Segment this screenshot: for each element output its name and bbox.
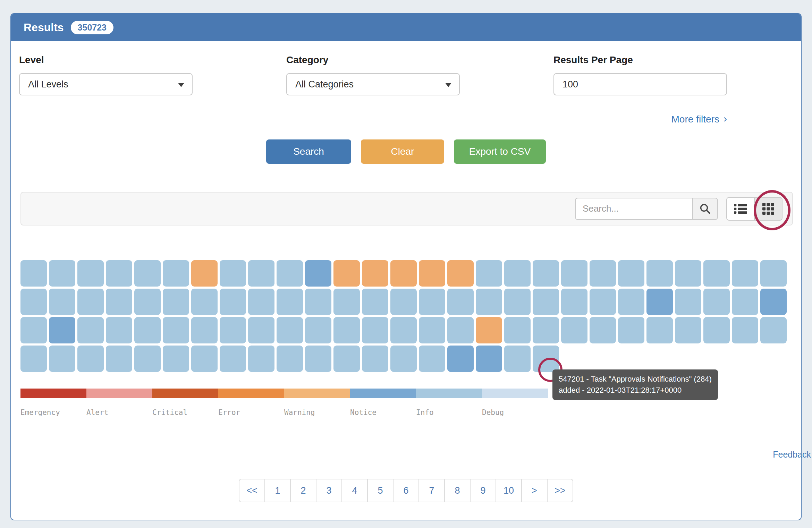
page-button-2[interactable]: 2 <box>290 479 316 502</box>
grid-tile-warning[interactable] <box>191 260 218 287</box>
grid-tile-info[interactable] <box>134 260 161 287</box>
export-csv-button[interactable]: Export to CSV <box>454 139 546 164</box>
grid-tile-info[interactable] <box>419 289 445 315</box>
grid-tile-info[interactable] <box>305 346 331 372</box>
grid-tile-info[interactable] <box>134 317 161 343</box>
grid-tile-info[interactable] <box>760 260 787 287</box>
grid-tile-warning[interactable] <box>447 260 474 287</box>
grid-tile-info[interactable] <box>703 260 730 287</box>
grid-tile-info[interactable] <box>675 317 701 343</box>
grid-tile-notice[interactable] <box>49 317 75 343</box>
grid-tile-warning[interactable] <box>362 260 388 287</box>
grid-tile-info[interactable] <box>760 317 787 343</box>
page-button-1[interactable]: 1 <box>264 479 290 502</box>
search-input[interactable] <box>575 198 692 220</box>
grid-tile-info[interactable] <box>248 260 274 287</box>
grid-tile-info[interactable] <box>504 260 531 287</box>
grid-tile-info[interactable] <box>646 260 673 287</box>
feedback-link[interactable]: Feedback <box>773 450 811 460</box>
grid-tile-info[interactable] <box>675 260 701 287</box>
clear-button[interactable]: Clear <box>361 139 444 164</box>
grid-tile-info[interactable] <box>362 346 388 372</box>
grid-tile-info[interactable] <box>504 317 531 343</box>
grid-tile-info[interactable] <box>191 346 218 372</box>
grid-tile-info[interactable] <box>419 346 445 372</box>
grid-tile-warning[interactable] <box>476 317 502 343</box>
page-button-6[interactable]: 6 <box>393 479 418 502</box>
grid-tile-info[interactable] <box>277 289 303 315</box>
grid-tile-info[interactable] <box>419 317 445 343</box>
grid-tile-info[interactable] <box>163 260 189 287</box>
grid-tile-info[interactable] <box>20 317 47 343</box>
page-button->[interactable]: > <box>521 479 547 502</box>
search-button[interactable]: Search <box>266 139 351 164</box>
grid-tile-info[interactable] <box>106 260 132 287</box>
grid-tile-info[interactable] <box>49 260 75 287</box>
grid-tile-info[interactable] <box>590 289 616 315</box>
grid-tile-info[interactable] <box>590 317 616 343</box>
page-button->>[interactable]: >> <box>547 479 573 502</box>
grid-tile-info[interactable] <box>732 260 758 287</box>
grid-view-button[interactable] <box>754 198 782 220</box>
grid-tile-info[interactable] <box>618 289 644 315</box>
grid-tile-info[interactable] <box>277 346 303 372</box>
grid-tile-info[interactable] <box>77 289 104 315</box>
grid-tile-warning[interactable] <box>390 260 417 287</box>
grid-tile-info[interactable] <box>333 317 360 343</box>
grid-tile-info[interactable] <box>277 317 303 343</box>
grid-tile-info[interactable] <box>732 317 758 343</box>
grid-tile-info[interactable] <box>447 317 474 343</box>
grid-tile-info[interactable] <box>561 317 587 343</box>
grid-tile-info[interactable] <box>163 289 189 315</box>
grid-tile-info[interactable] <box>20 289 47 315</box>
grid-tile-info[interactable] <box>20 260 47 287</box>
grid-tile-info[interactable] <box>703 317 730 343</box>
grid-tile-info[interactable] <box>533 346 559 372</box>
grid-tile-notice[interactable] <box>476 346 502 372</box>
grid-tile-info[interactable] <box>220 289 246 315</box>
grid-tile-info[interactable] <box>362 317 388 343</box>
grid-tile-info[interactable] <box>277 260 303 287</box>
grid-tile-info[interactable] <box>77 346 104 372</box>
grid-tile-info[interactable] <box>533 317 559 343</box>
grid-tile-notice[interactable] <box>646 289 673 315</box>
grid-tile-warning[interactable] <box>333 260 360 287</box>
grid-tile-info[interactable] <box>646 317 673 343</box>
grid-tile-warning[interactable] <box>419 260 445 287</box>
grid-tile-info[interactable] <box>561 289 587 315</box>
grid-tile-info[interactable] <box>362 289 388 315</box>
grid-tile-info[interactable] <box>163 317 189 343</box>
grid-tile-info[interactable] <box>134 346 161 372</box>
category-select[interactable]: All Categories <box>286 73 460 95</box>
grid-tile-info[interactable] <box>390 346 417 372</box>
grid-tile-info[interactable] <box>703 289 730 315</box>
grid-tile-info[interactable] <box>390 317 417 343</box>
grid-tile-info[interactable] <box>248 289 274 315</box>
grid-tile-info[interactable] <box>248 346 274 372</box>
grid-tile-info[interactable] <box>220 346 246 372</box>
grid-tile-info[interactable] <box>220 260 246 287</box>
search-submit-button[interactable] <box>692 198 718 220</box>
grid-tile-info[interactable] <box>447 289 474 315</box>
page-button-5[interactable]: 5 <box>367 479 393 502</box>
grid-tile-info[interactable] <box>77 317 104 343</box>
page-button-9[interactable]: 9 <box>470 479 496 502</box>
page-button-3[interactable]: 3 <box>316 479 341 502</box>
grid-tile-info[interactable] <box>20 346 47 372</box>
grid-tile-info[interactable] <box>675 289 701 315</box>
grid-tile-info[interactable] <box>618 317 644 343</box>
grid-tile-info[interactable] <box>49 289 75 315</box>
grid-tile-info[interactable] <box>163 346 189 372</box>
grid-tile-info[interactable] <box>191 317 218 343</box>
grid-tile-info[interactable] <box>504 289 531 315</box>
grid-tile-notice[interactable] <box>305 260 331 287</box>
results-per-page-input[interactable] <box>553 73 727 95</box>
grid-tile-info[interactable] <box>191 289 218 315</box>
grid-tile-info[interactable] <box>504 346 531 372</box>
grid-tile-notice[interactable] <box>760 289 787 315</box>
grid-tile-info[interactable] <box>49 346 75 372</box>
grid-tile-info[interactable] <box>248 317 274 343</box>
grid-tile-info[interactable] <box>533 289 559 315</box>
grid-tile-info[interactable] <box>333 289 360 315</box>
page-button-10[interactable]: 10 <box>496 479 521 502</box>
